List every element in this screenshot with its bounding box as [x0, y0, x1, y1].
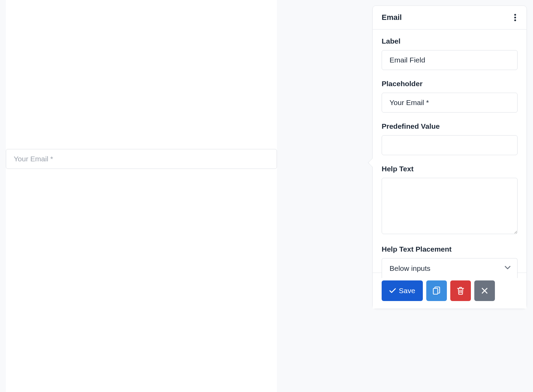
placement-select-wrapper: Below inputs	[382, 258, 518, 278]
close-icon	[482, 288, 488, 294]
svg-point-0	[514, 14, 516, 15]
field-group-predefined: Predefined Value	[382, 122, 518, 155]
side-panel-container: Email Label Placeholder Predefined Value	[372, 0, 530, 392]
predefined-label: Predefined Value	[382, 122, 518, 130]
panel-body: Label Placeholder Predefined Value Help …	[373, 30, 526, 278]
predefined-input[interactable]	[382, 135, 518, 155]
field-group-helptext: Help Text	[382, 165, 518, 235]
placeholder-label: Placeholder	[382, 80, 518, 88]
save-button[interactable]: Save	[382, 280, 423, 301]
trash-icon	[457, 287, 464, 295]
field-group-placement: Help Text Placement Below inputs	[382, 245, 518, 278]
preview-email-input[interactable]	[6, 149, 277, 169]
close-button[interactable]	[474, 280, 495, 301]
field-group-label: Label	[382, 37, 518, 70]
label-label: Label	[382, 37, 518, 45]
field-group-placeholder: Placeholder	[382, 80, 518, 113]
dots-vertical-icon	[514, 13, 516, 22]
check-icon	[389, 288, 396, 293]
copy-button[interactable]	[426, 280, 447, 301]
placement-label: Help Text Placement	[382, 245, 518, 253]
more-options-button[interactable]	[513, 12, 518, 23]
helptext-textarea[interactable]	[382, 178, 518, 234]
svg-point-2	[514, 19, 516, 21]
settings-panel: Email Label Placeholder Predefined Value	[372, 5, 527, 309]
svg-rect-3	[433, 288, 438, 294]
label-input[interactable]	[382, 50, 518, 70]
delete-button[interactable]	[450, 280, 471, 301]
placeholder-input[interactable]	[382, 93, 518, 113]
panel-header: Email	[373, 6, 526, 30]
save-button-label: Save	[399, 287, 415, 295]
helptext-label: Help Text	[382, 165, 518, 173]
preview-canvas	[6, 0, 277, 392]
placement-select[interactable]: Below inputs	[382, 258, 518, 278]
svg-point-1	[514, 16, 516, 18]
panel-title: Email	[382, 13, 402, 22]
copy-icon	[433, 287, 440, 295]
